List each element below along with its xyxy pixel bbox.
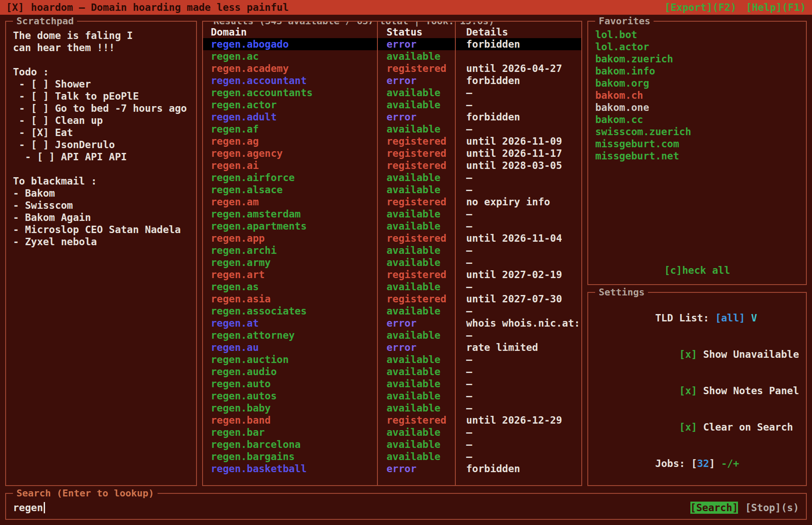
status-cell: available	[377, 450, 455, 463]
help-button[interactable]: [Help](F1)	[746, 1, 806, 13]
status-cell: available	[377, 378, 455, 390]
table-row[interactable]: regen.asia registered until 2027-07-30 ✗	[203, 293, 581, 305]
check-all-button[interactable]: [c]heck all	[595, 264, 799, 279]
status-cell: available	[377, 220, 455, 232]
tld-label: TLD List:	[655, 312, 715, 324]
favorites-title: Favorites	[595, 15, 654, 27]
status-cell: available	[377, 244, 455, 256]
favorite-item[interactable]: bakom.cc	[595, 113, 799, 126]
export-button[interactable]: [Export](F2)	[664, 1, 736, 13]
table-row[interactable]: regen.af available – ✔	[203, 123, 581, 135]
table-row[interactable]: regen.as available – ✔	[203, 281, 581, 293]
favorite-item[interactable]: missgeburt.net	[595, 150, 799, 162]
domain-cell: regen.basketball	[203, 463, 377, 475]
search-button[interactable]: [Search]	[690, 502, 738, 514]
table-row[interactable]: regen.accountants available – ✔	[203, 87, 581, 99]
favorite-item[interactable]: lol.bot	[595, 29, 799, 41]
status-cell: registered	[377, 62, 455, 75]
table-row[interactable]: regen.airforce available – ✔	[203, 172, 581, 184]
settings-checkbox[interactable]: [x] Show Notes Panel	[595, 373, 799, 409]
search-input[interactable]: regen	[13, 502, 43, 514]
table-row[interactable]: regen.barcelona available – ✔	[203, 438, 581, 450]
table-row[interactable]: regen.bar available – ✔	[203, 426, 581, 438]
settings-checkbox[interactable]: [x] Show Unavailable	[595, 336, 799, 373]
details-cell: –	[455, 172, 581, 184]
table-row[interactable]: regen.agency registered until 2026-11-17…	[203, 147, 581, 159]
favorite-item[interactable]: bakom.info	[595, 65, 799, 77]
domain-cell: regen.ag	[203, 135, 377, 147]
status-cell: registered	[377, 414, 455, 426]
favorite-item[interactable]: lol.actor	[595, 41, 799, 53]
close-button[interactable]: [X]	[6, 1, 24, 13]
table-row[interactable]: regen.ac available ✔	[203, 50, 581, 62]
table-row[interactable]: regen.ai registered until 2028-03-05 ✗	[203, 159, 581, 172]
status-cell: available	[377, 366, 455, 378]
table-row[interactable]: regen.auction available – ✔	[203, 353, 581, 366]
favorite-item[interactable]: bakom.zuerich	[595, 53, 799, 65]
domain-cell: regen.airforce	[203, 172, 377, 184]
table-row[interactable]: regen.attorney available – ✔	[203, 329, 581, 341]
table-row[interactable]: regen.au error rate limited !	[203, 341, 581, 353]
domain-cell: regen.archi	[203, 244, 377, 256]
table-row[interactable]: regen.app registered until 2026-11-04 ✗	[203, 232, 581, 244]
table-row[interactable]: regen.adult error forbidden !	[203, 111, 581, 123]
search-panel-title: Search (Enter to lookup)	[13, 487, 158, 499]
favorite-item[interactable]: missgeburt.com	[595, 138, 799, 150]
domain-cell: regen.accountants	[203, 87, 377, 99]
table-row[interactable]: regen.audio available – ✔	[203, 366, 581, 378]
status-cell: available	[377, 281, 455, 293]
favorite-item[interactable]: bakom.ch	[595, 89, 799, 101]
table-row[interactable]: regen.autos available – ✔	[203, 390, 581, 402]
status-cell: registered	[377, 147, 455, 159]
table-row[interactable]: regen.archi available – ✔	[203, 244, 581, 256]
domain-cell: regen.bar	[203, 426, 377, 438]
table-row[interactable]: regen.bargains available – ✔	[203, 450, 581, 463]
jobs-bracket-close: ]	[709, 458, 721, 469]
domain-cell: regen.band	[203, 414, 377, 426]
status-cell: error	[377, 317, 455, 329]
checkbox-state-icon: [x]	[679, 349, 703, 360]
table-row[interactable]: regen.auto available – ✔	[203, 378, 581, 390]
domain-cell: regen.actor	[203, 99, 377, 111]
details-cell: –	[455, 402, 581, 414]
jobs-label: Jobs:	[655, 458, 691, 469]
search-area: Search (Enter to lookup) regen [Search] …	[0, 489, 812, 525]
table-row[interactable]: regen.amsterdam available – ✔	[203, 208, 581, 220]
checkbox-label: Clear on Search	[703, 421, 793, 433]
favorite-item[interactable]: bakom.org	[595, 77, 799, 89]
table-row[interactable]: regen.army available – ✔	[203, 256, 581, 269]
status-cell: registered	[377, 196, 455, 208]
settings-panel: Settings TLD List: [all] V [x] Show Unav…	[587, 292, 807, 486]
stop-button[interactable]: [Stop](s)	[745, 502, 799, 514]
status-cell: registered	[377, 293, 455, 305]
details-cell: –	[455, 450, 581, 463]
table-row[interactable]: regen.alsace available – ✔	[203, 184, 581, 196]
table-row[interactable]: regen.accountant error forbidden !	[203, 75, 581, 87]
table-row[interactable]: regen.associates available – ✔	[203, 305, 581, 317]
status-cell: available	[377, 99, 455, 111]
tld-selector[interactable]: TLD List: [all] V	[595, 300, 799, 336]
status-cell: available	[377, 123, 455, 135]
right-column: Favorites lol.bot lol.actor bakom.zueric…	[587, 21, 807, 486]
scratchpad-notes[interactable]: The dome is faling I can hear them !!! T…	[6, 22, 196, 256]
table-row[interactable]: regen.academy registered until 2026-04-2…	[203, 62, 581, 75]
details-cell: forbidden	[455, 75, 581, 87]
table-row[interactable]: regen.apartments available – ✔	[203, 220, 581, 232]
table-row[interactable]: regen.abogado error forbidden !	[203, 38, 581, 50]
table-row[interactable]: regen.basketball error forbidden !	[203, 463, 581, 475]
jobs-controls[interactable]: -/+	[721, 458, 739, 469]
domain-cell: regen.af	[203, 123, 377, 135]
table-row[interactable]: regen.band registered until 2026-12-29 ✗	[203, 414, 581, 426]
favorite-item[interactable]: swisscom.zuerich	[595, 126, 799, 138]
details-cell: until 2028-03-05	[455, 159, 581, 172]
table-row[interactable]: regen.at error whois whois.nic.at: rea… …	[203, 317, 581, 329]
table-row[interactable]: regen.art registered until 2027-02-19 ✗	[203, 269, 581, 281]
favorite-item[interactable]: bakom.one	[595, 101, 799, 113]
settings-checkbox[interactable]: [x] Clear on Search	[595, 409, 799, 445]
table-row[interactable]: regen.baby available – ✔	[203, 402, 581, 414]
table-row[interactable]: regen.actor available – ✔	[203, 99, 581, 111]
table-row[interactable]: regen.ag registered until 2026-11-09 ✗	[203, 135, 581, 147]
table-row[interactable]: regen.am registered no expiry info ✗	[203, 196, 581, 208]
jobs-stepper[interactable]: Jobs: [32] -/+	[595, 445, 799, 482]
domain-cell: regen.amsterdam	[203, 208, 377, 220]
